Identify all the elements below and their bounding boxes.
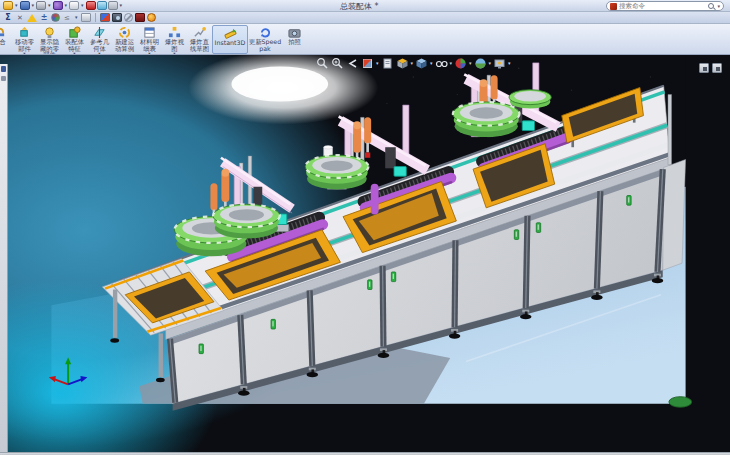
viewport-pane-buttons	[699, 63, 722, 73]
plus-minus-icon[interactable]	[39, 13, 49, 22]
ribbon-button-show-hidden[interactable]: 显示隐藏的零部件	[37, 25, 62, 54]
print-icon[interactable]	[36, 1, 46, 10]
quick-access-toolbar	[3, 1, 123, 10]
toolbar-separator	[95, 13, 96, 22]
ribbon-button-instant3d[interactable]: Instant3D	[212, 25, 248, 54]
select-icon[interactable]	[69, 1, 79, 10]
pane-toggle-2[interactable]	[712, 63, 722, 73]
tools-toolbar	[0, 12, 730, 24]
appearance-color-icon[interactable]	[51, 13, 60, 22]
undo-caret[interactable]	[65, 1, 68, 10]
render-disabled-icon[interactable]	[124, 13, 133, 22]
bowl-feeder-3	[453, 102, 520, 137]
camera-icon[interactable]	[112, 13, 122, 22]
bowl-feeder-2	[305, 155, 368, 189]
hide-show-items-icon[interactable]	[435, 57, 448, 70]
search-caret[interactable]	[717, 3, 720, 9]
open-icon[interactable]	[3, 1, 13, 10]
search-icon[interactable]	[707, 2, 715, 10]
section-view-icon[interactable]	[361, 57, 374, 70]
floor-green-object	[669, 397, 692, 408]
graphics-viewport[interactable]	[0, 55, 730, 452]
heads-up-view-toolbar	[316, 57, 511, 70]
3d-scene[interactable]	[0, 55, 730, 452]
file-properties-icon[interactable]	[97, 1, 107, 10]
ribbon-button-assembly-features[interactable]: 装配体特征	[62, 25, 87, 54]
solidworks-window: 总装配体 * 配合 移动零部件	[0, 0, 730, 455]
search-input[interactable]	[619, 2, 705, 10]
preview-window-icon[interactable]	[100, 13, 110, 22]
feature-manager-collapsed-strip[interactable]	[0, 64, 8, 452]
screen-capture-icon[interactable]	[81, 13, 91, 22]
solidworks-logo-icon	[610, 3, 617, 10]
zoom-to-area-icon[interactable]	[331, 57, 344, 70]
ribbon-button-bill-of-materials[interactable]: 材料明细表	[137, 25, 162, 54]
bowl-feeder-3b	[509, 90, 551, 109]
ribbon-button-new-motion-study[interactable]: 新建运动算例	[112, 25, 137, 54]
material-icon[interactable]	[135, 13, 145, 22]
ribbon-button-mate[interactable]: 配合	[0, 25, 12, 54]
edit-appearance-icon[interactable]	[454, 57, 467, 70]
bowl-feeder-1b	[213, 204, 280, 238]
ribbon-button-take-snapshot[interactable]: 拍照	[282, 25, 307, 54]
assembly-tree-icon	[1, 66, 6, 72]
equations-sigma-icon[interactable]	[3, 13, 13, 22]
previous-view-icon[interactable]	[346, 57, 359, 70]
save-caret[interactable]	[32, 1, 35, 10]
ribbon-button-update-speedpak[interactable]: 更新Speedpak	[248, 25, 282, 54]
ribbon-button-move-component[interactable]: 移动零部件	[12, 25, 37, 54]
panel-grip-icon	[1, 76, 6, 81]
compare-caret[interactable]	[75, 13, 78, 22]
scene-icon[interactable]	[147, 13, 156, 22]
search-box[interactable]	[606, 1, 724, 11]
open-caret[interactable]	[15, 1, 18, 10]
view-settings-icon[interactable]	[493, 57, 506, 70]
view-orientation-icon[interactable]	[396, 57, 409, 70]
warning-icon[interactable]	[27, 14, 37, 22]
apply-scene-icon[interactable]	[474, 57, 487, 70]
ribbon-button-exploded-view[interactable]: 爆炸视图	[162, 25, 187, 54]
undo-icon[interactable]	[53, 1, 63, 10]
window-title: 总装配体 *	[340, 1, 379, 12]
print-caret[interactable]	[48, 1, 51, 10]
pane-toggle-1[interactable]	[699, 63, 709, 73]
display-style-icon[interactable]	[415, 57, 428, 70]
ribbon-button-reference-geometry[interactable]: 参考几何体	[87, 25, 112, 54]
rebuild-icon[interactable]	[86, 1, 96, 10]
select-caret[interactable]	[81, 1, 84, 10]
compare-icon[interactable]	[62, 13, 72, 22]
options-icon[interactable]	[108, 1, 118, 10]
command-manager-ribbon: 配合 移动零部件 显示隐藏的零部件 装配体特征 参考几何体 新建运动算例 材料明…	[0, 24, 730, 55]
annotations-icon[interactable]	[381, 57, 394, 70]
zoom-to-fit-icon[interactable]	[316, 57, 329, 70]
save-icon[interactable]	[20, 1, 30, 10]
titlebar: 总装配体 *	[0, 0, 730, 12]
trim-icon[interactable]	[15, 13, 25, 22]
options-caret[interactable]	[120, 1, 123, 10]
ribbon-button-explode-line-sketch[interactable]: 爆炸直线草图	[187, 25, 212, 54]
